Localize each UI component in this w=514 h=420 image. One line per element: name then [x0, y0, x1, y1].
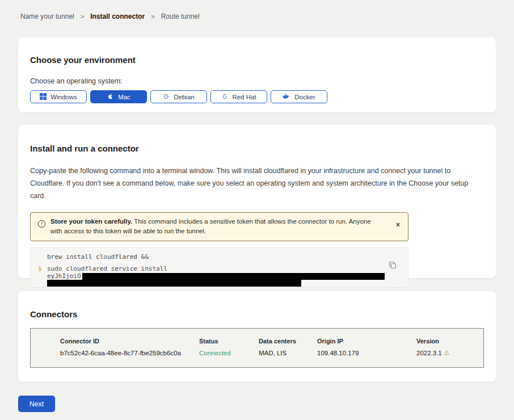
breadcrumb-step-install-connector[interactable]: Install connector [90, 12, 145, 20]
os-button-label: Mac [118, 94, 130, 100]
breadcrumb-separator: > [151, 13, 154, 20]
status-badge: Connected [199, 350, 259, 356]
install-command-codeblock: brew install cloudflared && $ sudo cloud… [30, 247, 408, 288]
os-button-label: Windows [50, 94, 77, 100]
version-value: 2022.3.1 ⚠ [416, 349, 483, 356]
environment-card: Choose your environment Choose an operat… [18, 37, 496, 112]
os-select-label: Choose an operating system: [30, 77, 484, 85]
connectors-card: Connectors Connector ID Status Data cent… [18, 291, 496, 382]
column-header-data-centers: Data centers [259, 338, 317, 345]
column-header-connector-id: Connector ID [60, 338, 199, 345]
os-button-windows[interactable]: Windows [30, 90, 87, 103]
breadcrumb-step-route-tunnel[interactable]: Route tunnel [161, 12, 200, 20]
data-centers-value: MAD, LIS [259, 350, 317, 356]
next-button[interactable]: Next [18, 396, 55, 412]
redhat-icon [221, 93, 228, 101]
code-command: sudo cloudflared service install [47, 265, 167, 272]
apple-icon [107, 93, 114, 101]
environment-card-title: Choose your environment [30, 37, 484, 65]
version-number: 2022.3.1 [416, 350, 442, 356]
breadcrumb-separator: > [81, 13, 84, 20]
code-line-1: brew install cloudflared && [31, 253, 408, 261]
column-header-status: Status [199, 338, 259, 345]
code-token-line: eyJhIjoiO [31, 272, 408, 280]
connectors-table-header: Connector ID Status Data centers Origin … [60, 338, 483, 345]
token-prefix: eyJhIjoiO [47, 272, 81, 280]
redacted-token-bar [47, 280, 301, 287]
alert-title: Store your token carefully. [50, 218, 132, 225]
os-button-label: Docker [294, 94, 315, 100]
os-button-label: Red Hat [232, 94, 256, 100]
windows-icon [40, 93, 47, 101]
table-row: b7c52c42-6caa-48ee-8c77-fbe259cb6c0a Con… [60, 349, 483, 356]
redacted-token-bar [82, 273, 385, 280]
docker-icon [283, 93, 290, 101]
alert-text: Store your token carefully. This command… [50, 217, 396, 237]
alert-circle-icon [37, 220, 46, 232]
copy-icon[interactable] [389, 261, 397, 271]
os-button-debian[interactable]: Debian [150, 90, 207, 103]
origin-ip-value: 109.48.10.179 [317, 350, 416, 356]
os-button-group: Windows Mac Debian Red Hat Docker [30, 90, 484, 103]
breadcrumb: Name your tunnel > Install connector > R… [20, 12, 200, 20]
shell-prompt: $ [38, 265, 47, 272]
column-header-origin-ip: Origin IP [317, 338, 416, 345]
install-description: Copy-paste the following command into a … [30, 165, 484, 203]
code-line-2: $ sudo cloudflared service install [31, 265, 408, 272]
token-warning-alert: Store your token carefully. This command… [30, 212, 408, 242]
connectors-table: Connector ID Status Data centers Origin … [30, 328, 484, 368]
install-card-title: Install and run a connector [30, 125, 484, 153]
debian-icon [163, 93, 170, 101]
alert-close-icon[interactable]: × [396, 221, 400, 228]
column-header-version: Version [416, 338, 483, 345]
connectors-card-title: Connectors [30, 291, 484, 319]
os-button-label: Debian [174, 94, 194, 100]
os-button-redhat[interactable]: Red Hat [210, 90, 267, 103]
os-button-mac[interactable]: Mac [90, 90, 147, 103]
install-connector-card: Install and run a connector Copy-paste t… [18, 125, 496, 278]
breadcrumb-step-name-your-tunnel[interactable]: Name your tunnel [20, 12, 74, 20]
connector-id-value: b7c52c42-6caa-48ee-8c77-fbe259cb6c0a [60, 350, 199, 356]
os-button-docker[interactable]: Docker [271, 90, 327, 103]
version-warning-icon: ⚠ [444, 349, 450, 356]
